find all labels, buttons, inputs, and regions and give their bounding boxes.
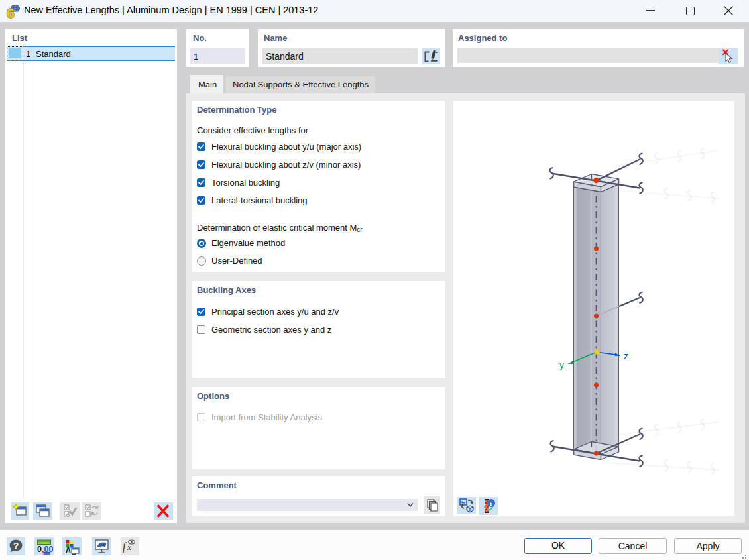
svg-text:f: f [123, 541, 127, 553]
svg-text:6: 6 [7, 5, 15, 20]
svg-text:?: ? [13, 541, 19, 551]
svg-text:y: y [559, 360, 564, 370]
svg-text:z: z [624, 351, 628, 361]
svg-text:i: i [490, 500, 492, 508]
svg-text:A: A [66, 546, 72, 555]
